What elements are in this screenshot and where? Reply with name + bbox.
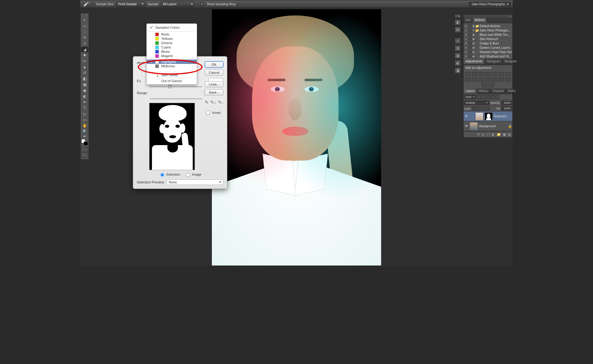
tab-navigator[interactable]: Navigato <box>503 59 519 64</box>
filter-type-icon[interactable] <box>486 95 490 99</box>
action-row[interactable]: ✓▶Dodge & Burn <box>464 41 512 45</box>
new-group-icon[interactable]: 📁 <box>497 132 501 136</box>
layer-filter-kind[interactable]: Kind <box>464 95 476 99</box>
marquee-tool[interactable]: ▭ <box>81 23 88 29</box>
adj-curves-icon[interactable] <box>478 72 484 76</box>
new-adj-layer-icon[interactable]: ◐ <box>492 132 495 136</box>
layer-reduced-highlights[interactable]: 👁 Reduced Highli... <box>464 111 512 121</box>
path-select-tool[interactable]: ▷ <box>81 111 88 117</box>
fx-icon[interactable]: fx <box>482 133 484 136</box>
filter-pixel-icon[interactable] <box>477 95 481 99</box>
canvas[interactable] <box>212 9 381 266</box>
preview-selection-radio[interactable]: Selection <box>159 172 180 177</box>
adj-levels-icon[interactable] <box>472 72 477 76</box>
color-panel-icon[interactable]: ◧ <box>455 19 461 25</box>
quick-mask-toggle[interactable] <box>81 147 88 152</box>
add-mask-icon[interactable]: ◯ <box>486 132 490 136</box>
eyedropper-icon[interactable]: ✎ <box>205 100 208 105</box>
hand-tool[interactable]: ✋ <box>81 123 88 128</box>
show-ring-checkbox[interactable]: ✓ <box>200 2 204 6</box>
adj-vibrance-icon[interactable] <box>492 72 498 76</box>
adj-channel-mixer-icon[interactable] <box>472 77 477 82</box>
dodge-tool[interactable]: ◐ <box>81 94 88 99</box>
adj-brightness-icon[interactable] <box>465 72 470 76</box>
load-button[interactable]: Load... <box>205 81 223 87</box>
lasso-tool[interactable]: ◌ <box>81 29 88 35</box>
menu-sampled-colors[interactable]: Sampled Colors <box>147 25 197 31</box>
menu-greens[interactable]: Greens <box>147 41 197 45</box>
adj-posterize-icon[interactable] <box>492 77 498 82</box>
quick-select-tool[interactable]: ✎ <box>81 35 88 40</box>
save-button[interactable]: Save... <box>205 89 223 95</box>
lock-all-icon[interactable] <box>486 107 490 111</box>
action-row[interactable]: ✓▶Sharpen High Pass Set <box>464 50 512 54</box>
visibility-icon[interactable]: 👁 <box>464 114 469 119</box>
tool-preset-icon[interactable]: ▦ <box>455 67 461 73</box>
adj-icon[interactable] <box>489 83 494 87</box>
stamp-tool[interactable]: ▲ <box>81 64 88 70</box>
tools-panel-grip[interactable]: « <box>81 13 89 17</box>
lock-trans-icon[interactable] <box>472 107 476 111</box>
preview-image-radio[interactable]: Image <box>184 172 201 177</box>
brushes-panel-icon[interactable]: ≡ <box>455 38 461 44</box>
sample-size-select[interactable]: Point Sample <box>116 2 146 7</box>
menu-out-of-gamut[interactable]: Out of Gamut <box>147 79 197 83</box>
eyedropper-tool[interactable]: ◢ <box>81 47 88 52</box>
type-tool[interactable]: T <box>81 105 88 111</box>
workspace-select[interactable]: Jake Hicks Photography <box>469 2 511 6</box>
delete-layer-icon[interactable]: 🗑 <box>508 133 511 136</box>
move-tool[interactable]: ↖ <box>81 17 88 23</box>
shape-tool[interactable]: ▭ <box>81 117 88 123</box>
action-row[interactable]: ✓▼📂Jake Hicks Photography ... <box>464 28 512 32</box>
menu-yellows[interactable]: Yellows <box>147 36 197 41</box>
styles-panel-icon[interactable]: ≣ <box>455 45 461 51</box>
adj-hue-icon[interactable] <box>499 72 504 76</box>
character-panel-icon[interactable]: A| <box>455 27 461 33</box>
heal-tool[interactable]: ✚ <box>81 52 88 58</box>
cancel-button[interactable]: Cancel <box>205 69 223 76</box>
filter-smart-icon[interactable] <box>495 95 499 99</box>
selection-preview-select[interactable]: None <box>167 179 224 185</box>
tab-adjustments[interactable]: Adjustments <box>464 59 485 64</box>
tab-histogram[interactable]: Histogram <box>485 59 503 64</box>
layer-background[interactable]: 👁 Background 🔒 <box>464 121 512 131</box>
eyedropper-sub-icon[interactable]: ✎₋ <box>218 100 224 105</box>
sample-select[interactable]: All Layers <box>161 2 195 7</box>
filter-shape-icon[interactable] <box>491 95 494 99</box>
action-row[interactable]: ✓▶Skin Retouch <box>464 37 512 41</box>
eyedropper-add-icon[interactable]: ✎₊ <box>210 100 216 105</box>
adj-selective-icon[interactable] <box>482 83 487 87</box>
clone-panel-icon[interactable]: ▤ <box>455 52 461 59</box>
adj-invert-icon[interactable] <box>485 77 491 82</box>
swap-colors[interactable]: ⇄ <box>81 135 88 138</box>
tab-history[interactable]: History <box>477 89 490 94</box>
range-slider[interactable] <box>150 97 202 101</box>
gradient-tool[interactable]: ▦ <box>81 82 88 87</box>
menu-blues[interactable]: Blues <box>147 49 197 54</box>
screen-mode-toggle[interactable] <box>81 153 88 157</box>
new-layer-icon[interactable]: ▣ <box>503 132 506 136</box>
panel-grip[interactable]: « × <box>464 15 512 18</box>
action-row[interactable]: ✓▶📁Default Actions <box>464 24 512 28</box>
tab-info[interactable]: Info <box>464 18 473 23</box>
menu-highlights[interactable]: ✓Highlights <box>147 60 197 64</box>
adj-exposure-icon[interactable] <box>485 72 491 76</box>
adj-gradient-map-icon[interactable] <box>506 77 511 82</box>
action-row[interactable]: ✓▶Add Shadows and Highli... <box>464 54 512 58</box>
visibility-icon[interactable]: 👁 <box>464 124 469 128</box>
tab-channels[interactable]: Channel <box>490 89 506 94</box>
localized-checkbox[interactable] <box>142 72 146 76</box>
adj-photo-filter-icon[interactable] <box>465 77 470 82</box>
menu-reds[interactable]: Reds <box>147 32 197 36</box>
zoom-tool[interactable]: 🔍 <box>81 129 88 134</box>
fuzziness-slider[interactable] <box>150 85 202 89</box>
fill-value[interactable]: 100% <box>501 107 512 111</box>
menu-midtones[interactable]: Midtones <box>147 64 197 68</box>
pen-tool[interactable]: ✒ <box>81 99 88 105</box>
eraser-tool[interactable]: ◧ <box>81 76 88 82</box>
adj-threshold-icon[interactable] <box>499 77 504 82</box>
crop-tool[interactable]: ⌗ <box>81 41 88 46</box>
blur-tool[interactable]: ◉ <box>81 88 88 93</box>
tab-paths[interactable]: Paths <box>506 89 518 94</box>
lock-pos-icon[interactable] <box>481 107 485 111</box>
